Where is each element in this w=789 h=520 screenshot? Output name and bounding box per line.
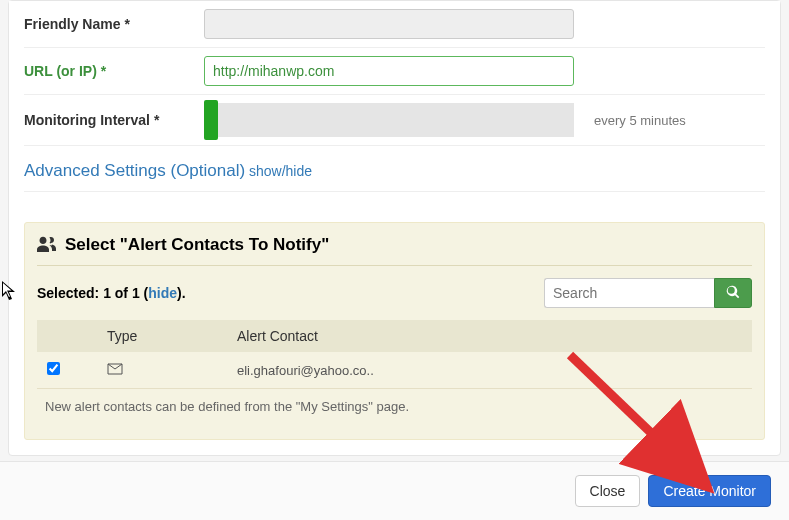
- help-text: New alert contacts can be defined from t…: [37, 389, 752, 414]
- search-button[interactable]: [714, 278, 752, 308]
- friendly-name-input[interactable]: [204, 9, 574, 39]
- interval-value: every 5 minutes: [594, 113, 686, 128]
- hide-link[interactable]: hide: [148, 285, 177, 301]
- table-row[interactable]: eli.ghafouri@yahoo.co..: [37, 352, 752, 389]
- friendly-name-row: Friendly Name *: [24, 1, 765, 48]
- url-row: URL (or IP) *: [24, 48, 765, 95]
- advanced-settings-link[interactable]: Advanced Settings (Optional): [24, 161, 245, 180]
- search-input[interactable]: [544, 278, 714, 308]
- create-monitor-button[interactable]: Create Monitor: [648, 475, 771, 507]
- advanced-toggle-link[interactable]: show/hide: [249, 163, 312, 179]
- people-icon: [37, 236, 57, 255]
- interval-slider-handle[interactable]: [204, 100, 218, 140]
- modal-footer: Close Create Monitor: [0, 461, 789, 520]
- contacts-table: Type Alert Contact eli.ghafouri@yahoo.co…: [37, 320, 752, 389]
- url-input[interactable]: [204, 56, 574, 86]
- interval-slider[interactable]: [204, 103, 574, 137]
- interval-label: Monitoring Interval *: [24, 112, 204, 128]
- selected-count: Selected: 1 of 1 (hide).: [37, 285, 186, 301]
- alert-panel-title: Select "Alert Contacts To Notify": [65, 235, 329, 255]
- interval-row: Monitoring Interval * every 5 minutes: [24, 95, 765, 146]
- col-contact-header: Alert Contact: [227, 320, 752, 352]
- envelope-icon: [107, 363, 123, 378]
- alert-contacts-panel: Select "Alert Contacts To Notify" Select…: [24, 222, 765, 440]
- contact-email: eli.ghafouri@yahoo.co..: [227, 352, 752, 389]
- search-icon: [726, 285, 740, 302]
- contact-checkbox[interactable]: [47, 362, 60, 375]
- close-button[interactable]: Close: [575, 475, 641, 507]
- friendly-name-label: Friendly Name *: [24, 16, 204, 32]
- col-type-header: Type: [97, 320, 227, 352]
- url-label: URL (or IP) *: [24, 63, 204, 79]
